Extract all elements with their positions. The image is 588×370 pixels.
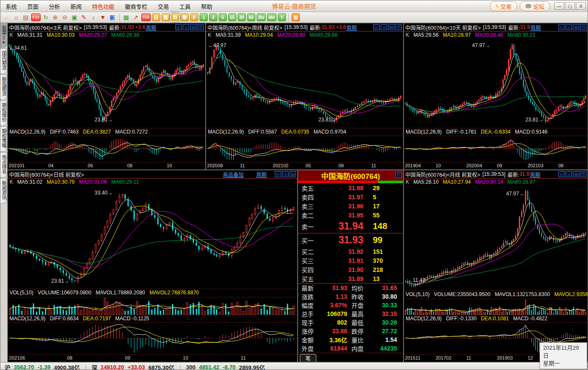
side-tab-热点排名[interactable]: 热点排名 — [0, 152, 7, 178]
prev-page-icon[interactable]: ← — [558, 24, 565, 30]
period-month-button[interactable]: 月 — [171, 13, 179, 21]
period-link[interactable]: 周期 — [256, 171, 267, 178]
split-view-icon[interactable]: ▭ — [190, 24, 197, 30]
period-30-button[interactable]: 30 — [238, 13, 246, 21]
volume-chart[interactable] — [404, 297, 588, 315]
axis-label: 201903 — [497, 355, 513, 360]
next-page-icon[interactable]: → — [566, 171, 572, 177]
quote-table-icon[interactable]: ▦ — [122, 13, 130, 21]
trade-button[interactable]: ϟ 交易 — [490, 1, 517, 11]
period-3-button[interactable]: 3 — [209, 13, 217, 21]
tick-button[interactable]: Tick — [141, 13, 151, 21]
order-book-row[interactable]: 卖四31.975 — [298, 192, 403, 201]
minimize-button[interactable]: — — [554, 2, 564, 10]
menu-徽商专栏[interactable]: 徽商专栏 — [120, 2, 153, 10]
candlestick-chart[interactable] — [404, 185, 588, 290]
candlestick-chart[interactable] — [8, 38, 205, 128]
side-tab-国内期货[interactable]: 国内期货 — [0, 48, 7, 74]
maximize-button[interactable]: ▢ — [565, 2, 575, 10]
period-60-button[interactable]: 60 — [247, 13, 255, 21]
order-book-row[interactable]: 买三31.91370 — [298, 256, 403, 265]
new-icon[interactable]: 新 — [108, 13, 117, 21]
prev-page-icon[interactable]: ← — [373, 24, 380, 30]
prev-page-icon[interactable]: ← — [275, 171, 281, 177]
period-2hr-button[interactable]: 2hr — [257, 13, 266, 21]
period-day-button[interactable]: 日 — [152, 13, 160, 21]
filter-icon[interactable]: ▼ — [99, 13, 107, 21]
zoom-out-icon[interactable]: ⊖ — [61, 13, 69, 21]
macd-chart[interactable] — [404, 135, 588, 162]
overlay-link[interactable]: 商品叠加 — [223, 171, 244, 178]
restore-view-icon[interactable]: □ — [395, 172, 402, 178]
multi-window-icon[interactable]: ▦ — [292, 13, 300, 21]
volume-chart[interactable] — [8, 296, 297, 315]
period-4hr-button[interactable]: 4hr — [267, 13, 277, 21]
split-view-icon[interactable]: ▭ — [573, 24, 579, 30]
menu-系统[interactable]: 系统 — [0, 2, 22, 10]
close-button[interactable]: X — [576, 2, 586, 10]
back-icon[interactable]: ← — [3, 13, 11, 21]
order-book-row[interactable]: 买五31.8913 — [298, 274, 403, 283]
side-tab-股票2[interactable]: 股票2▶ — [0, 23, 7, 48]
period-link[interactable]: 周期 — [531, 24, 541, 31]
macd-chart[interactable] — [8, 135, 205, 162]
macd-chart[interactable] — [8, 322, 297, 354]
order-book-row[interactable]: 卖二31.9555 — [298, 211, 403, 220]
macd-chart[interactable] — [206, 135, 403, 162]
paint-icon[interactable]: ♪ — [89, 13, 98, 21]
restore-view-icon[interactable]: □ — [580, 24, 587, 30]
period-season-button[interactable]: 季 — [181, 13, 189, 21]
home-icon[interactable]: ⌂ — [12, 13, 20, 21]
order-book-row[interactable]: 买四31.90218 — [298, 265, 403, 274]
candlestick-chart[interactable] — [404, 38, 588, 128]
menu-分析[interactable]: 分析 — [44, 2, 65, 10]
forum-button[interactable]: 论坛 — [520, 1, 550, 11]
zoom-in-icon[interactable]: ⊕ — [51, 13, 60, 21]
f10-icon[interactable]: F10 — [31, 13, 41, 21]
side-tab-期权报价[interactable]: 期权报价 — [0, 100, 7, 126]
split-view-icon[interactable]: ▭ — [573, 171, 579, 177]
period-link[interactable]: 周期 — [146, 24, 156, 31]
period-x-button[interactable]: X — [190, 13, 198, 21]
side-tab-期权策略[interactable]: 期权策略 — [0, 126, 7, 152]
period-week-button[interactable]: 周 — [162, 13, 170, 21]
refresh-icon[interactable]: ↻ — [42, 13, 50, 21]
menu-交易[interactable]: 交易 — [153, 2, 174, 10]
next-page-icon[interactable]: → — [183, 24, 189, 30]
overlay-icon[interactable]: ▣ — [70, 13, 79, 21]
news-icon[interactable]: ▤ — [22, 13, 30, 21]
restore-view-icon[interactable]: □ — [395, 24, 402, 30]
next-page-icon[interactable]: → — [566, 24, 572, 30]
next-page-icon[interactable]: → — [381, 24, 387, 30]
order-book-row[interactable]: 卖一31.94148 — [298, 220, 403, 233]
next-page-icon[interactable]: → — [282, 171, 289, 177]
split-view-icon[interactable]: ▭ — [388, 24, 394, 30]
split-view-icon[interactable]: ▭ — [289, 171, 296, 177]
period-link[interactable]: 周期 — [346, 24, 357, 31]
order-book-row[interactable]: 买一31.9399 — [298, 233, 403, 247]
menu-页面[interactable]: 页面 — [22, 2, 44, 10]
menu-特色功能[interactable]: 特色功能 — [87, 2, 120, 10]
prev-page-icon[interactable]: ← — [175, 24, 182, 30]
side-tab-新闻资讯[interactable]: 新闻资讯 — [0, 178, 7, 204]
restore-view-icon[interactable]: □ — [197, 24, 204, 30]
period-5-button[interactable]: 5 — [219, 13, 227, 21]
menu-新闻[interactable]: 新闻 — [65, 2, 87, 10]
order-book-row[interactable]: 卖三31.9617 — [298, 201, 403, 211]
period-year-button[interactable]: Y — [278, 13, 286, 21]
period-15-button[interactable]: 15 — [228, 13, 236, 21]
menu-工具[interactable]: 工具 — [174, 2, 196, 10]
candlestick-chart[interactable] — [8, 185, 297, 289]
order-book-row[interactable]: 卖五31.9829 — [298, 183, 403, 192]
side-tab-股指期货[interactable]: 股指期货 — [0, 74, 7, 100]
order-book-row[interactable]: 买二31.92151 — [298, 247, 403, 256]
period-link[interactable]: 周期 — [530, 171, 540, 178]
tick-tab[interactable]: 笔 — [300, 354, 316, 362]
period-1-button[interactable]: 1 — [200, 13, 208, 21]
trend-icon[interactable]: ↗ — [132, 13, 140, 21]
restore-view-icon[interactable]: □ — [580, 171, 587, 177]
prev-page-icon[interactable]: ← — [558, 171, 565, 177]
candlestick-chart[interactable] — [206, 38, 403, 128]
draw-icon[interactable]: ✎ — [80, 13, 88, 21]
menu-帮助[interactable]: 帮助 — [196, 2, 217, 10]
